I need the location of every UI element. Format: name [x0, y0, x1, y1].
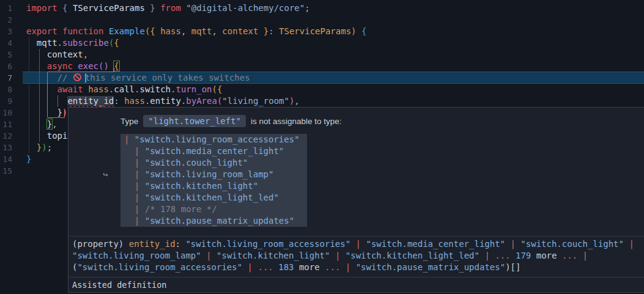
- code-token: [26, 38, 37, 48]
- code-token: switch: [139, 84, 171, 94]
- property-signature-line: "switch.living_room_lamp" | "switch.kitc…: [72, 250, 634, 262]
- code-token: |: [356, 239, 361, 249]
- code-token: ...: [495, 251, 510, 260]
- code-token: ({: [145, 26, 160, 36]
- line-number-7[interactable]: 7: [0, 72, 12, 84]
- code-token: subscribe: [62, 38, 109, 48]
- popup-divider: [68, 236, 644, 237]
- code-line-10[interactable]: }): [26, 107, 67, 119]
- union-member: | /* 178 more */: [124, 204, 307, 215]
- code-token: [26, 119, 47, 129]
- union-member-text: "switch.pause_matrix_updates": [145, 216, 294, 226]
- code-token: [26, 131, 47, 141]
- line-number-14[interactable]: 14: [0, 153, 12, 165]
- property-signature-line: ("switch.living_room_accessories" | ... …: [72, 262, 634, 273]
- code-token: entity_id: [129, 239, 176, 249]
- union-member: | "switch.living_room_accessories": [124, 134, 307, 145]
- code-token: |: [484, 251, 489, 260]
- code-line-13[interactable]: });: [26, 142, 52, 153]
- union-pipe: |: [124, 216, 145, 226]
- code-token: [340, 262, 345, 272]
- code-line-11[interactable]: },: [26, 119, 57, 130]
- code-token: await: [57, 84, 89, 94]
- code-token: topi: [47, 131, 68, 141]
- code-token: TServiceParams: [279, 26, 351, 36]
- union-member-text: "switch.living_room_lamp": [145, 169, 274, 179]
- code-token: function: [62, 26, 109, 36]
- line-number-2[interactable]: 2: [0, 14, 12, 26]
- type-error-suffix: is not assignable to type:: [251, 117, 342, 126]
- code-token: "switch.living_room_accessories": [185, 239, 350, 249]
- line-number-12[interactable]: 12: [0, 130, 12, 142]
- code-token: {: [361, 26, 366, 36]
- code-token: {: [114, 61, 119, 71]
- line-number-4[interactable]: 4: [0, 37, 12, 49]
- code-token: 179: [516, 251, 531, 260]
- code-token: [26, 50, 47, 59]
- code-line-6[interactable]: async exec() {: [26, 61, 119, 72]
- code-line-3[interactable]: export function Example({ hass, mqtt, co…: [26, 26, 366, 37]
- code-line-9[interactable]: entity_id: hass.entity.byArea("living_ro…: [26, 95, 300, 107]
- line-number-10[interactable]: 10: [0, 107, 12, 119]
- line-number-8[interactable]: 8: [0, 84, 12, 95]
- code-token: "switch.kitchen_light_led": [346, 251, 479, 260]
- code-token: mqtt: [191, 26, 212, 36]
- code-token: context: [47, 50, 83, 59]
- wrap-arrow-icon: ↪: [103, 169, 108, 180]
- union-pipe: |: [124, 181, 145, 191]
- code-token: [340, 251, 345, 260]
- code-token: }: [258, 26, 268, 36]
- code-token: "switch.living_room_lamp": [72, 251, 201, 260]
- hover-footer-label: Assisted definition: [72, 277, 166, 292]
- code-line-5[interactable]: context,: [26, 49, 88, 61]
- code-line-1[interactable]: import { TServiceParams } from "@digital…: [26, 2, 310, 14]
- line-number-3[interactable]: 3: [0, 26, 12, 37]
- union-member-text: "switch.kitchen_light_led": [145, 193, 279, 202]
- union-type-block[interactable]: | "switch.living_room_accessories" | "sw…: [120, 134, 307, 227]
- code-token: ...: [325, 262, 340, 272]
- code-token: ;: [47, 142, 52, 152]
- code-token: |: [583, 251, 588, 260]
- code-token: [26, 96, 67, 106]
- code-token: exec: [78, 61, 98, 71]
- code-line-12[interactable]: topi: [26, 130, 67, 142]
- union-member-text: "switch.living_room_accessories": [135, 134, 300, 144]
- line-number-5[interactable]: 5: [0, 49, 12, 61]
- code-token: "switch.living_room_accessories": [77, 262, 242, 272]
- code-line-8[interactable]: await hass.call.switch.turn_on({: [26, 84, 222, 95]
- union-member: | "switch.living_room_lamp": [124, 169, 307, 180]
- line-number-1[interactable]: 1: [0, 2, 12, 14]
- code-token: [26, 108, 57, 117]
- line-number-15[interactable]: 15: [0, 165, 12, 177]
- code-token: context: [222, 26, 258, 36]
- code-token: entity: [150, 96, 181, 106]
- code-token: "switch.couch_light": [520, 239, 624, 249]
- code-token: //: [57, 73, 73, 83]
- code-token: [511, 251, 516, 260]
- code-token: import: [26, 3, 62, 13]
- union-pipe: |: [124, 134, 135, 144]
- code-token: hass: [124, 96, 145, 106]
- union-member-text: "switch.media_center_light": [145, 146, 284, 156]
- code-token: (): [98, 61, 109, 71]
- code-line-14[interactable]: }: [26, 153, 31, 165]
- line-number-11[interactable]: 11: [0, 119, 12, 130]
- code-token: hass: [160, 26, 181, 36]
- code-token: [350, 239, 355, 249]
- code-line-7[interactable]: // this service only takes switches: [26, 72, 250, 84]
- code-token: ,: [212, 26, 222, 36]
- union-member-text: "switch.kitchen_light": [145, 181, 258, 191]
- code-token: byArea: [186, 96, 217, 106]
- hover-tooltip[interactable]: Type "light.tower_left" is not assignabl…: [68, 107, 644, 293]
- code-token: this service only takes switches: [85, 73, 250, 83]
- code-token: :: [268, 26, 279, 36]
- code-token: :: [176, 239, 186, 249]
- no-entry-icon: [73, 73, 82, 82]
- line-number-9[interactable]: 9: [0, 95, 12, 107]
- code-token: ,: [52, 119, 57, 129]
- line-number-6[interactable]: 6: [0, 61, 12, 72]
- code-line-4[interactable]: mqtt.subscribe({: [26, 37, 119, 49]
- line-number-13[interactable]: 13: [0, 142, 12, 153]
- union-member: | "switch.couch_light": [124, 157, 307, 169]
- code-token: async: [47, 61, 78, 71]
